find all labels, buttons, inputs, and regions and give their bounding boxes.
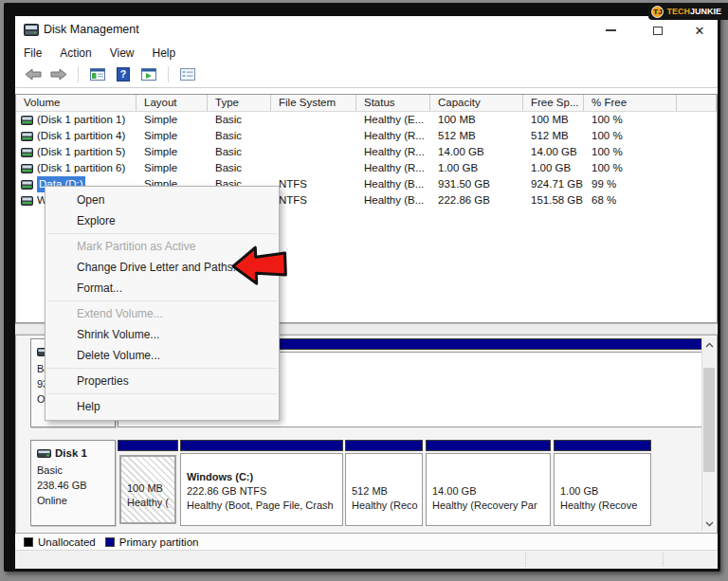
help-button[interactable]: ? xyxy=(114,66,133,83)
title-bar: Disk Management ✕ xyxy=(15,16,718,45)
toolbar-separator xyxy=(168,66,169,82)
menu-item-explore[interactable]: Explore xyxy=(46,210,279,231)
column-header-type[interactable]: Type xyxy=(208,95,271,111)
table-row[interactable]: (Disk 1 partition 4) Simple Basic Health… xyxy=(16,128,717,144)
primary-partition-strip xyxy=(554,440,651,451)
screenshot-root: Disk Management ✕ File Action View Help xyxy=(0,0,728,581)
svg-text:?: ? xyxy=(120,68,126,80)
primary-partition-strip xyxy=(180,440,343,451)
table-row[interactable]: (Disk 1 partition 1) Simple Basic Health… xyxy=(16,112,717,128)
toolbar-separator xyxy=(78,66,79,82)
maximize-icon xyxy=(653,27,663,35)
partition-body: 14.00 GB Healthy (Recovery Par xyxy=(426,453,551,526)
legend-unallocated: Unallocated xyxy=(24,536,96,548)
primary-partition-swatch xyxy=(105,537,115,547)
menu-item-delete-volume[interactable]: Delete Volume... xyxy=(46,345,279,366)
menu-action[interactable]: Action xyxy=(60,46,91,60)
properties-button[interactable] xyxy=(178,66,197,83)
primary-partition-strip xyxy=(118,440,178,451)
legend-primary-partition: Primary partition xyxy=(105,536,199,548)
menu-file[interactable]: File xyxy=(24,46,42,60)
menu-item-properties[interactable]: Properties xyxy=(46,371,279,391)
red-callout-arrow-icon xyxy=(230,244,288,287)
menu-item-help[interactable]: Help xyxy=(46,396,279,417)
properties-icon xyxy=(180,68,195,81)
column-header-blank xyxy=(677,95,717,111)
menu-item-extend-volume: Extend Volume... xyxy=(46,303,279,324)
menu-separator xyxy=(46,231,279,236)
volume-icon xyxy=(21,148,33,157)
techjunkie-logo-icon: TJ xyxy=(651,6,664,18)
disk1-label[interactable]: Disk 1 Basic 238.46 GB Online xyxy=(30,440,116,526)
table-row[interactable]: (Disk 1 partition 6) Simple Basic Health… xyxy=(16,160,717,176)
column-header-volume[interactable]: Volume xyxy=(16,95,136,111)
techjunkie-badge: TJ TECH JUNKIE xyxy=(648,3,728,20)
disk1-status: Online xyxy=(37,493,115,508)
context-menu: Open Explore Mark Partition as Active Ch… xyxy=(45,186,280,421)
volume-name: (Disk 1 partition 5) xyxy=(37,144,125,160)
disk1-name: Disk 1 xyxy=(55,445,87,461)
status-separator xyxy=(525,553,526,567)
menu-bar: File Action View Help xyxy=(15,45,718,62)
primary-partition-strip xyxy=(345,440,423,451)
back-arrow-icon xyxy=(25,68,42,81)
volume-icon xyxy=(21,116,33,125)
disk1-partition-512mb[interactable]: 512 MB Healthy (Reco xyxy=(345,440,423,526)
back-button[interactable] xyxy=(24,66,43,83)
column-header-freespace[interactable]: Free Sp... xyxy=(523,95,584,111)
primary-partition-strip xyxy=(426,440,551,451)
table-header: Volume Layout Type File System Status Ca… xyxy=(16,95,717,112)
close-button[interactable]: ✕ xyxy=(683,16,716,45)
status-separator xyxy=(663,553,664,567)
scroll-up-button[interactable] xyxy=(702,337,716,352)
column-header-pctfree[interactable]: % Free xyxy=(584,95,677,111)
window-controls: ✕ xyxy=(575,16,718,45)
menu-item-open[interactable]: Open xyxy=(46,190,279,210)
table-row[interactable]: (Disk 1 partition 5) Simple Basic Health… xyxy=(16,144,717,160)
console-tree-button[interactable] xyxy=(88,66,107,83)
disk1-kind: Basic xyxy=(37,463,115,478)
volume-icon xyxy=(21,164,33,173)
action-pane-button[interactable] xyxy=(139,66,158,83)
toolbar: ? xyxy=(15,62,718,88)
menu-view[interactable]: View xyxy=(110,46,135,60)
disk1-partition-efi[interactable]: 100 MB Healthy ( xyxy=(118,440,178,526)
unallocated-swatch xyxy=(24,537,33,547)
chevron-up-icon xyxy=(705,342,714,348)
disk1-partition-14gb[interactable]: 14.00 GB Healthy (Recovery Par xyxy=(426,440,551,526)
volume-name: (Disk 1 partition 6) xyxy=(37,160,125,176)
minimize-button[interactable] xyxy=(594,16,627,45)
forward-button[interactable] xyxy=(49,66,68,83)
column-header-capacity[interactable]: Capacity xyxy=(430,95,523,111)
vertical-scrollbar[interactable] xyxy=(701,337,715,531)
column-header-layout[interactable]: Layout xyxy=(136,95,208,111)
forward-arrow-icon xyxy=(50,68,67,81)
disk1-partition-1gb[interactable]: 1.00 GB Healthy (Recove xyxy=(554,440,651,526)
menu-help[interactable]: Help xyxy=(153,46,176,60)
volume-icon xyxy=(21,132,33,141)
help-icon: ? xyxy=(117,67,130,82)
disk-icon xyxy=(37,449,51,458)
partition-body: 512 MB Healthy (Reco xyxy=(345,453,423,526)
menu-separator xyxy=(46,299,279,303)
disk1-size: 238.46 GB xyxy=(37,478,115,493)
volume-name: (Disk 1 partition 1) xyxy=(37,112,125,128)
disk1-partition-windows-c[interactable]: Windows (C:) 222.86 GB NTFS Healthy (Boo… xyxy=(180,440,343,526)
maximize-button[interactable] xyxy=(642,16,674,45)
partition-body: 1.00 GB Healthy (Recove xyxy=(554,453,651,526)
chevron-down-icon xyxy=(705,521,714,527)
partition-body: Windows (C:) 222.86 GB NTFS Healthy (Boo… xyxy=(180,453,343,526)
app-icon xyxy=(24,24,39,36)
volume-name: (Disk 1 partition 4) xyxy=(37,128,125,144)
column-header-filesystem[interactable]: File System xyxy=(271,95,356,111)
menu-item-shrink-volume[interactable]: Shrink Volume... xyxy=(46,324,279,345)
scroll-down-button[interactable] xyxy=(702,517,716,531)
minimize-icon xyxy=(606,29,616,31)
page-title: Disk Management xyxy=(44,23,139,36)
legend-bar: Unallocated Primary partition xyxy=(15,534,718,550)
column-header-status[interactable]: Status xyxy=(356,95,430,111)
status-bar xyxy=(15,550,718,569)
volume-icon xyxy=(21,196,33,206)
volume-icon xyxy=(21,180,33,190)
scrollbar-thumb[interactable] xyxy=(703,368,715,472)
